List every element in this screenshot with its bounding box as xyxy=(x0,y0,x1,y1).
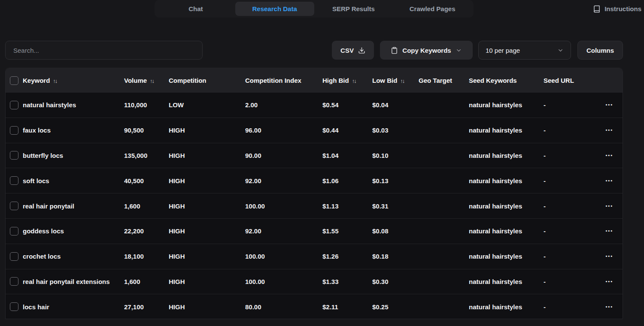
row-actions-menu-icon[interactable]: ••• xyxy=(605,103,613,107)
cell-keyword: real hair ponytail xyxy=(23,202,124,210)
column-header-low-bid[interactable]: Low Bid↑↓ xyxy=(372,77,419,84)
cell-seed-url: - xyxy=(544,127,586,134)
search-input[interactable] xyxy=(5,41,203,60)
cell-keyword: butterfly locs xyxy=(23,152,124,159)
column-header-high-bid[interactable]: High Bid↑↓ xyxy=(322,77,372,84)
cell-keyword: faux locs xyxy=(23,127,124,134)
cell-seed-keywords: natural hairstyles xyxy=(469,227,544,235)
cell-low-bid: $0.18 xyxy=(372,253,419,260)
copy-keywords-button[interactable]: Copy Keywords xyxy=(380,41,473,60)
cell-competition: HIGH xyxy=(169,127,245,134)
cell-volume: 22,200 xyxy=(124,227,169,235)
download-icon xyxy=(358,47,365,54)
copy-keywords-label: Copy Keywords xyxy=(402,47,451,54)
cell-high-bid: $1.26 xyxy=(322,253,372,260)
row-checkbox[interactable] xyxy=(10,202,18,210)
column-header-seed-url: Seed URL xyxy=(544,77,586,84)
row-checkbox[interactable] xyxy=(10,151,18,160)
row-select-cell xyxy=(6,252,23,261)
cell-competition: HIGH xyxy=(169,152,245,159)
row-actions-menu-icon[interactable]: ••• xyxy=(605,279,613,284)
row-actions-menu-icon[interactable]: ••• xyxy=(605,229,613,233)
table-body: natural hairstyles 110,000 LOW 2.00 $0.5… xyxy=(6,93,623,319)
cell-high-bid: $2.11 xyxy=(322,303,372,311)
table-row: goddess locs 22,200 HIGH 92.00 $1.55 $0.… xyxy=(6,219,623,244)
chevron-down-icon xyxy=(557,47,564,54)
column-header-label: Seed URL xyxy=(544,77,574,84)
row-actions-menu-icon[interactable]: ••• xyxy=(605,128,613,133)
table-row: soft locs 40,500 HIGH 92.00 $1.06 $0.13 … xyxy=(6,168,623,193)
tab-serp-results[interactable]: SERP Results xyxy=(314,2,393,16)
column-header-keyword[interactable]: Keyword↑↓ xyxy=(23,77,124,84)
row-actions-menu-icon[interactable]: ••• xyxy=(605,178,613,183)
table-row: butterfly locs 135,000 HIGH 90.00 $1.04 … xyxy=(6,143,623,169)
instructions-link[interactable]: Instructions xyxy=(593,0,643,18)
table-row: real hair ponytail 1,600 HIGH 100.00 $1.… xyxy=(6,193,623,219)
cell-competition-index: 2.00 xyxy=(245,101,322,109)
csv-export-button[interactable]: CSV xyxy=(332,41,374,60)
tab-crawled-pages[interactable]: Crawled Pages xyxy=(393,2,472,16)
table-row: crochet locs 18,100 HIGH 100.00 $1.26 $0… xyxy=(6,244,623,269)
cell-competition: HIGH xyxy=(169,278,245,285)
column-header-label: Competition Index xyxy=(245,77,301,84)
cell-low-bid: $0.10 xyxy=(372,152,419,159)
row-checkbox[interactable] xyxy=(10,101,18,109)
row-actions-cell: ••• xyxy=(586,178,623,183)
tab-chat[interactable]: Chat xyxy=(156,2,235,16)
cell-competition-index: 96.00 xyxy=(245,127,322,134)
cell-keyword: real hair ponytail extensions xyxy=(23,278,124,285)
cell-seed-url: - xyxy=(544,303,586,311)
column-header-label: Low Bid xyxy=(372,77,397,84)
cell-competition-index: 100.00 xyxy=(245,253,322,260)
page-size-select[interactable]: 10 per page xyxy=(478,41,571,60)
row-actions-menu-icon[interactable]: ••• xyxy=(605,305,613,309)
cell-volume: 27,100 xyxy=(124,303,169,311)
sort-arrows-icon: ↑↓ xyxy=(352,78,356,84)
row-actions-menu-icon[interactable]: ••• xyxy=(605,204,613,208)
row-checkbox[interactable] xyxy=(10,252,18,261)
column-header-competition: Competition xyxy=(169,77,245,84)
row-checkbox[interactable] xyxy=(10,227,18,235)
cell-volume: 110,000 xyxy=(124,101,169,109)
cell-competition: HIGH xyxy=(169,253,245,260)
columns-button[interactable]: Columns xyxy=(577,41,623,60)
cell-low-bid: $0.30 xyxy=(372,278,419,285)
table-row: faux locs 90,500 HIGH 96.00 $0.44 $0.03 … xyxy=(6,118,623,143)
row-checkbox[interactable] xyxy=(10,302,18,311)
cell-competition-index: 92.00 xyxy=(245,177,322,184)
cell-low-bid: $0.31 xyxy=(372,202,419,210)
row-actions-cell: ••• xyxy=(586,103,623,107)
top-tab-bar: Chat Research Data SERP Results Crawled … xyxy=(155,0,474,18)
cell-volume: 90,500 xyxy=(124,127,169,134)
row-actions-cell: ••• xyxy=(586,229,623,233)
page-size-selected-label: 10 per page xyxy=(486,47,520,54)
row-checkbox[interactable] xyxy=(10,126,18,135)
select-all-cell xyxy=(6,76,23,85)
row-select-cell xyxy=(6,277,23,286)
sort-arrows-icon: ↑↓ xyxy=(53,78,57,84)
cell-seed-keywords: natural hairstyles xyxy=(469,177,544,184)
select-all-checkbox[interactable] xyxy=(10,76,18,85)
cell-competition: HIGH xyxy=(169,227,245,235)
column-header-volume[interactable]: Volume↑↓ xyxy=(124,77,169,84)
row-actions-cell: ••• xyxy=(586,153,623,158)
row-checkbox[interactable] xyxy=(10,176,18,185)
csv-button-label: CSV xyxy=(340,47,354,54)
row-select-cell xyxy=(6,101,23,109)
row-actions-menu-icon[interactable]: ••• xyxy=(605,153,613,158)
cell-keyword: locs hair xyxy=(23,303,124,311)
cell-seed-url: - xyxy=(544,278,586,285)
row-actions-menu-icon[interactable]: ••• xyxy=(605,254,613,259)
tab-research-data[interactable]: Research Data xyxy=(235,2,314,16)
cell-seed-keywords: natural hairstyles xyxy=(469,278,544,285)
column-header-competition-index: Competition Index xyxy=(245,77,322,84)
column-header-label: Geo Target xyxy=(419,77,452,84)
row-actions-cell: ••• xyxy=(586,254,623,259)
column-header-label: Volume xyxy=(124,77,147,84)
cell-seed-keywords: natural hairstyles xyxy=(469,303,544,311)
row-select-cell xyxy=(6,151,23,160)
cell-volume: 18,100 xyxy=(124,253,169,260)
cell-volume: 40,500 xyxy=(124,177,169,184)
row-checkbox[interactable] xyxy=(10,277,18,286)
cell-competition-index: 100.00 xyxy=(245,278,322,285)
